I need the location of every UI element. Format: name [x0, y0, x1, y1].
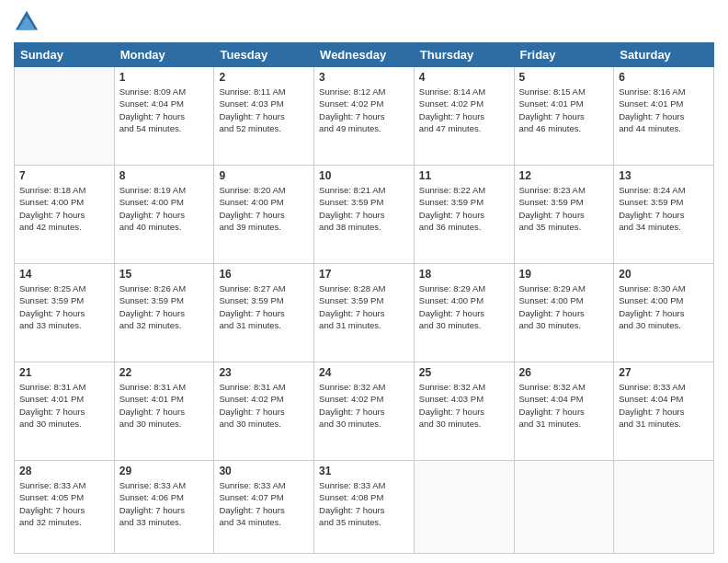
- day-number: 25: [419, 366, 509, 379]
- calendar-cell: 27Sunrise: 8:33 AM Sunset: 4:04 PM Dayli…: [614, 362, 714, 461]
- day-info: Sunrise: 8:20 AM Sunset: 4:00 PM Dayligh…: [219, 184, 309, 233]
- calendar-table: SundayMondayTuesdayWednesdayThursdayFrid…: [14, 42, 714, 554]
- calendar-cell: 19Sunrise: 8:29 AM Sunset: 4:00 PM Dayli…: [514, 264, 614, 362]
- day-number: 10: [319, 169, 409, 182]
- calendar-cell: 31Sunrise: 8:33 AM Sunset: 4:08 PM Dayli…: [314, 461, 415, 554]
- calendar-day-header: Monday: [114, 43, 214, 67]
- day-info: Sunrise: 8:33 AM Sunset: 4:04 PM Dayligh…: [619, 381, 709, 430]
- day-info: Sunrise: 8:33 AM Sunset: 4:05 PM Dayligh…: [19, 479, 109, 528]
- calendar-day-header: Friday: [514, 43, 614, 67]
- calendar-cell: [15, 67, 115, 166]
- day-info: Sunrise: 8:21 AM Sunset: 3:59 PM Dayligh…: [319, 184, 409, 233]
- calendar-cell: 30Sunrise: 8:33 AM Sunset: 4:07 PM Dayli…: [214, 461, 314, 554]
- day-number: 2: [219, 71, 309, 84]
- day-info: Sunrise: 8:25 AM Sunset: 3:59 PM Dayligh…: [19, 282, 109, 331]
- calendar-day-header: Tuesday: [214, 43, 314, 67]
- day-number: 29: [119, 465, 210, 477]
- calendar-cell: 9Sunrise: 8:20 AM Sunset: 4:00 PM Daylig…: [214, 166, 314, 264]
- day-info: Sunrise: 8:09 AM Sunset: 4:04 PM Dayligh…: [119, 86, 210, 134]
- calendar-day-header: Thursday: [414, 43, 514, 67]
- day-number: 9: [219, 169, 309, 182]
- calendar-cell: [614, 461, 714, 554]
- header: [14, 9, 714, 35]
- calendar-cell: 7Sunrise: 8:18 AM Sunset: 4:00 PM Daylig…: [15, 166, 115, 264]
- calendar-week-row: 28Sunrise: 8:33 AM Sunset: 4:05 PM Dayli…: [15, 461, 714, 554]
- day-number: 3: [319, 71, 409, 84]
- calendar-cell: 1Sunrise: 8:09 AM Sunset: 4:04 PM Daylig…: [114, 67, 214, 166]
- day-info: Sunrise: 8:29 AM Sunset: 4:00 PM Dayligh…: [519, 282, 609, 331]
- day-info: Sunrise: 8:33 AM Sunset: 4:08 PM Dayligh…: [319, 479, 409, 528]
- calendar-cell: 26Sunrise: 8:32 AM Sunset: 4:04 PM Dayli…: [514, 362, 614, 461]
- day-number: 23: [219, 366, 309, 379]
- day-info: Sunrise: 8:31 AM Sunset: 4:01 PM Dayligh…: [119, 381, 210, 430]
- calendar-cell: 28Sunrise: 8:33 AM Sunset: 4:05 PM Dayli…: [15, 461, 115, 554]
- day-number: 1: [119, 71, 210, 84]
- calendar-cell: 4Sunrise: 8:14 AM Sunset: 4:02 PM Daylig…: [414, 67, 514, 166]
- day-number: 13: [619, 169, 709, 182]
- day-info: Sunrise: 8:31 AM Sunset: 4:01 PM Dayligh…: [19, 381, 109, 430]
- day-info: Sunrise: 8:27 AM Sunset: 3:59 PM Dayligh…: [219, 282, 309, 331]
- day-number: 28: [19, 465, 109, 477]
- day-info: Sunrise: 8:32 AM Sunset: 4:04 PM Dayligh…: [519, 381, 609, 430]
- day-info: Sunrise: 8:12 AM Sunset: 4:02 PM Dayligh…: [319, 86, 409, 134]
- day-number: 24: [319, 366, 409, 379]
- calendar-cell: 12Sunrise: 8:23 AM Sunset: 3:59 PM Dayli…: [514, 166, 614, 264]
- calendar-cell: [514, 461, 614, 554]
- calendar-week-row: 14Sunrise: 8:25 AM Sunset: 3:59 PM Dayli…: [15, 264, 714, 362]
- calendar-cell: 3Sunrise: 8:12 AM Sunset: 4:02 PM Daylig…: [314, 67, 415, 166]
- day-info: Sunrise: 8:11 AM Sunset: 4:03 PM Dayligh…: [219, 86, 309, 134]
- calendar-cell: 5Sunrise: 8:15 AM Sunset: 4:01 PM Daylig…: [514, 67, 614, 166]
- calendar-week-row: 7Sunrise: 8:18 AM Sunset: 4:00 PM Daylig…: [15, 166, 714, 264]
- calendar-cell: 11Sunrise: 8:22 AM Sunset: 3:59 PM Dayli…: [414, 166, 514, 264]
- day-info: Sunrise: 8:18 AM Sunset: 4:00 PM Dayligh…: [19, 184, 109, 233]
- calendar-cell: 29Sunrise: 8:33 AM Sunset: 4:06 PM Dayli…: [114, 461, 214, 554]
- calendar-day-header: Wednesday: [314, 43, 415, 67]
- day-number: 19: [519, 268, 609, 281]
- calendar-cell: 21Sunrise: 8:31 AM Sunset: 4:01 PM Dayli…: [15, 362, 115, 461]
- calendar-header-row: SundayMondayTuesdayWednesdayThursdayFrid…: [15, 43, 714, 67]
- day-number: 4: [419, 71, 509, 84]
- calendar-day-header: Sunday: [15, 43, 115, 67]
- day-info: Sunrise: 8:16 AM Sunset: 4:01 PM Dayligh…: [619, 86, 709, 134]
- day-number: 8: [119, 169, 210, 182]
- calendar-cell: 25Sunrise: 8:32 AM Sunset: 4:03 PM Dayli…: [414, 362, 514, 461]
- day-info: Sunrise: 8:23 AM Sunset: 3:59 PM Dayligh…: [519, 184, 609, 233]
- page: SundayMondayTuesdayWednesdayThursdayFrid…: [0, 0, 728, 563]
- day-number: 27: [619, 366, 709, 379]
- calendar-cell: 23Sunrise: 8:31 AM Sunset: 4:02 PM Dayli…: [214, 362, 314, 461]
- day-info: Sunrise: 8:29 AM Sunset: 4:00 PM Dayligh…: [419, 282, 509, 331]
- calendar-cell: 10Sunrise: 8:21 AM Sunset: 3:59 PM Dayli…: [314, 166, 415, 264]
- day-number: 22: [119, 366, 210, 379]
- calendar-cell: 13Sunrise: 8:24 AM Sunset: 3:59 PM Dayli…: [614, 166, 714, 264]
- calendar-cell: 22Sunrise: 8:31 AM Sunset: 4:01 PM Dayli…: [114, 362, 214, 461]
- calendar-cell: 18Sunrise: 8:29 AM Sunset: 4:00 PM Dayli…: [414, 264, 514, 362]
- calendar-cell: 2Sunrise: 8:11 AM Sunset: 4:03 PM Daylig…: [214, 67, 314, 166]
- day-number: 26: [519, 366, 609, 379]
- calendar-cell: 8Sunrise: 8:19 AM Sunset: 4:00 PM Daylig…: [114, 166, 214, 264]
- calendar-cell: 14Sunrise: 8:25 AM Sunset: 3:59 PM Dayli…: [15, 264, 115, 362]
- day-info: Sunrise: 8:26 AM Sunset: 3:59 PM Dayligh…: [119, 282, 210, 331]
- day-number: 6: [619, 71, 709, 84]
- day-number: 30: [219, 465, 309, 477]
- day-info: Sunrise: 8:32 AM Sunset: 4:03 PM Dayligh…: [419, 381, 509, 430]
- calendar-cell: 20Sunrise: 8:30 AM Sunset: 4:00 PM Dayli…: [614, 264, 714, 362]
- day-number: 15: [119, 268, 210, 281]
- day-info: Sunrise: 8:30 AM Sunset: 4:00 PM Dayligh…: [619, 282, 709, 331]
- day-number: 21: [19, 366, 109, 379]
- day-info: Sunrise: 8:22 AM Sunset: 3:59 PM Dayligh…: [419, 184, 509, 233]
- calendar-week-row: 21Sunrise: 8:31 AM Sunset: 4:01 PM Dayli…: [15, 362, 714, 461]
- calendar-cell: 15Sunrise: 8:26 AM Sunset: 3:59 PM Dayli…: [114, 264, 214, 362]
- day-info: Sunrise: 8:33 AM Sunset: 4:06 PM Dayligh…: [119, 479, 210, 528]
- day-number: 12: [519, 169, 609, 182]
- calendar-cell: 24Sunrise: 8:32 AM Sunset: 4:02 PM Dayli…: [314, 362, 415, 461]
- day-info: Sunrise: 8:14 AM Sunset: 4:02 PM Dayligh…: [419, 86, 509, 134]
- calendar-week-row: 1Sunrise: 8:09 AM Sunset: 4:04 PM Daylig…: [15, 67, 714, 166]
- day-info: Sunrise: 8:28 AM Sunset: 3:59 PM Dayligh…: [319, 282, 409, 331]
- day-info: Sunrise: 8:32 AM Sunset: 4:02 PM Dayligh…: [319, 381, 409, 430]
- day-number: 5: [519, 71, 609, 84]
- logo-icon: [14, 9, 40, 35]
- day-number: 18: [419, 268, 509, 281]
- day-info: Sunrise: 8:15 AM Sunset: 4:01 PM Dayligh…: [519, 86, 609, 134]
- day-number: 7: [19, 169, 109, 182]
- day-info: Sunrise: 8:19 AM Sunset: 4:00 PM Dayligh…: [119, 184, 210, 233]
